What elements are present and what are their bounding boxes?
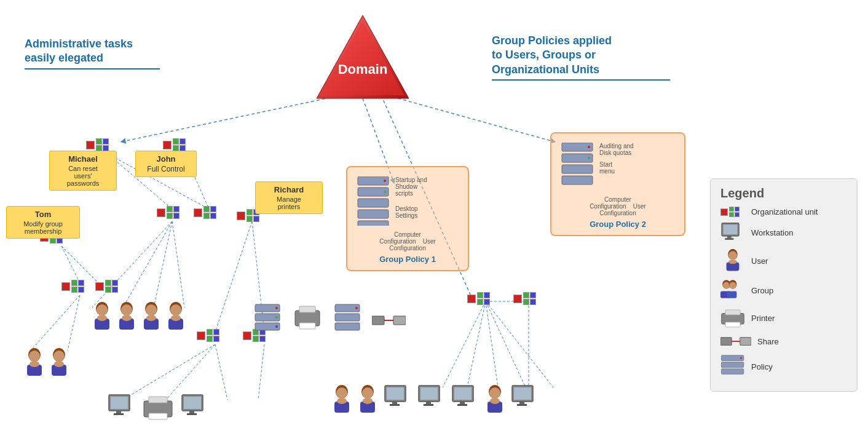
ou-sub3 xyxy=(61,280,84,293)
svg-rect-79 xyxy=(189,411,194,413)
legend-policy: Policy xyxy=(720,354,847,379)
right-heading: Group Policies applied to Users, Groups … xyxy=(492,34,682,81)
svg-point-115 xyxy=(489,387,500,398)
svg-rect-105 xyxy=(390,404,400,406)
svg-point-35 xyxy=(121,304,132,315)
richard-name: Richard xyxy=(261,185,317,194)
server-icon-2 xyxy=(332,301,363,332)
svg-line-1 xyxy=(387,95,553,141)
svg-rect-113 xyxy=(457,404,467,406)
svg-rect-64 xyxy=(335,314,360,321)
svg-point-47 xyxy=(29,351,40,362)
svg-point-66 xyxy=(355,307,358,309)
legend-printer-label: Printer xyxy=(751,314,775,323)
svg-point-129 xyxy=(728,260,737,264)
svg-rect-111 xyxy=(454,387,471,400)
legend-ou-icon xyxy=(720,207,745,217)
legend-ou-label: Organizational unit xyxy=(751,207,818,216)
legend-printer: Printer xyxy=(720,307,847,329)
domain-triangle-svg xyxy=(314,12,412,101)
bottom-right-icons xyxy=(332,384,539,413)
svg-rect-80 xyxy=(187,413,197,415)
legend-printer-icon xyxy=(720,307,745,329)
ou-right2 xyxy=(513,292,536,305)
main-canvas: Administrative tasks easily elegated Gro… xyxy=(0,0,868,436)
svg-rect-92 xyxy=(562,165,593,173)
svg-point-91 xyxy=(588,157,590,159)
legend-group-label: Group xyxy=(751,286,773,295)
john-desc: Full Control xyxy=(141,165,191,173)
svg-rect-86 xyxy=(358,210,389,218)
svg-point-145 xyxy=(740,357,742,359)
gp1-bottom-labels: ComputerConfiguration UserConfiguration xyxy=(353,231,462,252)
ou-michael xyxy=(86,138,109,151)
svg-line-15 xyxy=(215,221,252,332)
michael-box: Michael Can reset users' passwords xyxy=(49,151,117,191)
person-icon-1 xyxy=(92,301,112,332)
svg-rect-121 xyxy=(517,404,527,406)
gp1-content: Startup andShudowscripts DesktopSettings xyxy=(353,173,462,230)
svg-point-131 xyxy=(723,282,730,288)
person-icon-bl1 xyxy=(25,347,44,378)
svg-rect-109 xyxy=(424,404,433,406)
svg-rect-137 xyxy=(725,310,740,315)
legend-user-label: User xyxy=(751,256,768,266)
svg-point-39 xyxy=(146,304,157,315)
domain-triangle: Domain xyxy=(314,12,412,104)
svg-line-24 xyxy=(486,301,526,387)
person-icon-2 xyxy=(117,301,136,332)
svg-rect-138 xyxy=(725,322,740,327)
gp1-startup: Startup andShudowscripts xyxy=(395,176,427,197)
svg-rect-87 xyxy=(358,221,389,226)
ou-grid xyxy=(96,138,109,151)
gp2-auditing: Auditing andDisk quotas xyxy=(599,143,634,156)
person-icon-4 xyxy=(166,301,186,332)
person-r3 xyxy=(485,384,505,413)
domain-label: Domain xyxy=(332,61,393,77)
svg-point-95 xyxy=(336,387,347,398)
gp2-labels: Auditing andDisk quotas Startmenu xyxy=(599,143,634,175)
svg-rect-124 xyxy=(727,236,732,239)
legend-share-label: Share xyxy=(757,337,779,346)
svg-line-7 xyxy=(92,221,172,307)
person-r2 xyxy=(358,384,377,413)
svg-line-8 xyxy=(123,221,172,307)
svg-point-97 xyxy=(337,398,347,404)
svg-line-19 xyxy=(215,344,227,400)
svg-rect-120 xyxy=(519,402,524,404)
svg-rect-125 xyxy=(725,238,733,240)
ou-right1 xyxy=(467,292,490,305)
left-heading-text: Administrative tasks easily elegated xyxy=(25,37,178,66)
legend-box: Legend Organizational unit W xyxy=(710,178,858,392)
svg-point-49 xyxy=(30,361,39,367)
computer-r1 xyxy=(384,384,411,412)
svg-rect-143 xyxy=(721,362,743,368)
svg-rect-72 xyxy=(116,411,121,413)
john-name: John xyxy=(141,154,191,164)
person-row-bottom-left xyxy=(25,347,69,378)
gp1-servers xyxy=(357,176,390,227)
michael-desc: Can reset users' passwords xyxy=(55,165,111,187)
svg-rect-93 xyxy=(562,176,593,184)
svg-point-33 xyxy=(97,315,107,321)
svg-rect-71 xyxy=(111,397,128,409)
svg-line-14 xyxy=(68,295,80,351)
gp1-desktop: DesktopSettings xyxy=(395,205,427,219)
svg-point-101 xyxy=(363,398,373,404)
legend-group-icon xyxy=(720,278,745,303)
svg-marker-29 xyxy=(321,22,404,95)
svg-rect-139 xyxy=(720,338,732,346)
svg-rect-78 xyxy=(184,397,201,409)
svg-point-57 xyxy=(275,307,278,309)
svg-rect-112 xyxy=(460,402,465,404)
person-icon-3 xyxy=(141,301,161,332)
svg-rect-119 xyxy=(514,387,531,400)
svg-point-99 xyxy=(362,387,373,398)
legend-workstation-icon xyxy=(720,222,745,244)
legend-policy-icon xyxy=(720,354,745,379)
ou-sub1 xyxy=(157,206,180,219)
legend-group: Group xyxy=(720,278,847,303)
tom-name: Tom xyxy=(12,210,74,219)
person-r1 xyxy=(332,384,352,413)
computer-r3 xyxy=(451,384,479,412)
